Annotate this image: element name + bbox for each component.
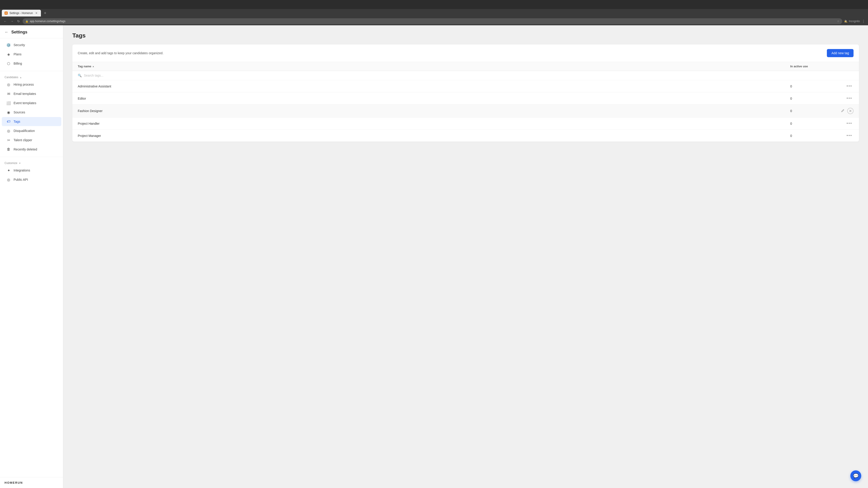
- account-section: ⚙️ Security ◈ Plans ⬡ Billing: [0, 38, 63, 70]
- sidebar-item-email-templates[interactable]: ✉ Email templates: [2, 89, 61, 98]
- sidebar-item-billing[interactable]: ⬡ Billing: [2, 59, 61, 68]
- sidebar-item-label-disqualification: Disqualification: [13, 129, 35, 133]
- sidebar-item-label-talent-clipper: Talent clipper: [13, 138, 32, 142]
- customize-section: Customize ▼ ✦ Integrations ◎ Public API: [0, 158, 63, 186]
- candidates-section: Candidates ▲ ◎ Hiring process ✉ Email te…: [0, 72, 63, 156]
- sidebar-item-hiring-process[interactable]: ◎ Hiring process: [2, 80, 61, 89]
- reload-button[interactable]: ↻: [16, 19, 21, 24]
- tag-name: Fashion Designer: [78, 109, 790, 113]
- sidebar-item-recently-deleted[interactable]: 🗑 Recently deleted: [2, 145, 61, 154]
- sidebar-item-label-security: Security: [13, 43, 25, 47]
- sidebar-item-label-public-api: Public API: [13, 178, 28, 182]
- active-use-value: 0: [790, 134, 835, 138]
- active-tab[interactable]: H Settings - Homerun ✕: [2, 10, 41, 17]
- sidebar-header: ← Settings: [0, 25, 63, 38]
- tag-name: Editor: [78, 97, 790, 100]
- recently-deleted-icon: 🗑: [6, 147, 11, 152]
- sidebar-item-disqualification[interactable]: ◎ Disqualification: [2, 126, 61, 135]
- sidebar-item-label-billing: Billing: [13, 62, 22, 65]
- sidebar-item-label-sources: Sources: [13, 110, 25, 114]
- tab-title: Settings - Homerun: [9, 11, 33, 15]
- chat-icon: 💬: [853, 473, 859, 479]
- sidebar-item-sources[interactable]: ◉ Sources: [2, 108, 61, 117]
- security-icon: ⚙️: [6, 43, 11, 47]
- sidebar: ← Settings ⚙️ Security ◈ Plans ⬡ Billing…: [0, 25, 63, 488]
- candidates-section-label[interactable]: Candidates ▲: [0, 74, 63, 80]
- back-button[interactable]: ←: [3, 19, 8, 24]
- table-header-row: Tag name ▲ In active use: [72, 62, 859, 71]
- sources-icon: ◉: [6, 110, 11, 115]
- col-header-tag-name[interactable]: Tag name ▲: [78, 65, 790, 68]
- hiring-process-icon: ◎: [6, 82, 11, 87]
- add-new-tag-button[interactable]: Add new tag: [827, 49, 854, 57]
- table-row: Project Manager 0 •••: [72, 130, 859, 142]
- search-input[interactable]: [84, 74, 854, 77]
- row-options-button[interactable]: •••: [845, 96, 854, 101]
- row-actions: •••: [835, 133, 854, 138]
- sidebar-item-event-templates[interactable]: ⬜ Event templates: [2, 98, 61, 107]
- sidebar-item-label-plans: Plans: [13, 53, 22, 56]
- tags-card-header: Create, edit and add tags to keep your c…: [72, 44, 859, 62]
- table-row: Project Handler 0 •••: [72, 118, 859, 130]
- row-actions: •••: [835, 121, 854, 126]
- col-header-active-use: In active use: [790, 65, 835, 68]
- row-actions: •••: [835, 84, 854, 89]
- edit-tag-button[interactable]: [840, 108, 845, 114]
- sort-asc-icon: ▲: [92, 65, 94, 68]
- sidebar-item-integrations[interactable]: ✦ Integrations: [2, 166, 61, 175]
- sidebar-item-label-integrations: Integrations: [13, 168, 30, 172]
- sidebar-item-plans[interactable]: ◈ Plans: [2, 50, 61, 59]
- disqualification-icon: ◎: [6, 129, 11, 133]
- public-api-icon: ◎: [6, 177, 11, 182]
- sidebar-item-label-hiring-process: Hiring process: [13, 83, 34, 86]
- search-row: 🔍: [72, 71, 859, 80]
- tab-bar: H Settings - Homerun ✕ +: [0, 9, 868, 17]
- address-bar-row: ← → ↻ 🔒 app.homerun.co/settings/tags ☆ 🕵…: [0, 17, 868, 25]
- main-content: Tags Create, edit and add tags to keep y…: [63, 25, 868, 488]
- tags-description: Create, edit and add tags to keep your c…: [78, 51, 163, 55]
- delete-tag-button[interactable]: [847, 108, 854, 114]
- active-use-value: 0: [790, 85, 835, 88]
- address-right-icons: ☆: [837, 20, 839, 23]
- lock-icon: 🔒: [25, 20, 29, 23]
- row-options-button[interactable]: •••: [845, 121, 854, 126]
- table-row: Fashion Designer 0: [72, 105, 859, 118]
- row-actions: [835, 108, 854, 114]
- row-options-button[interactable]: •••: [845, 84, 854, 89]
- email-templates-icon: ✉: [6, 92, 11, 96]
- talent-clipper-icon: ✂: [6, 138, 11, 142]
- forward-button[interactable]: →: [9, 19, 14, 24]
- chat-fab-button[interactable]: 💬: [850, 470, 861, 481]
- sidebar-item-talent-clipper[interactable]: ✂ Talent clipper: [2, 135, 61, 144]
- row-options-button[interactable]: •••: [845, 133, 854, 138]
- new-tab-button[interactable]: +: [42, 10, 48, 16]
- sidebar-item-tags[interactable]: 🏷 Tags: [2, 117, 61, 126]
- url-text: app.homerun.co/settings/tags: [30, 20, 836, 23]
- tags-icon: 🏷: [6, 119, 11, 124]
- billing-icon: ⬡: [6, 61, 11, 66]
- tag-name: Project Manager: [78, 134, 790, 138]
- app-container: ← Settings ⚙️ Security ◈ Plans ⬡ Billing…: [0, 25, 868, 488]
- incognito-icon: 🕵: [844, 20, 847, 23]
- chevron-down-icon: ▲: [20, 76, 22, 78]
- tags-table: Tag name ▲ In active use 🔍 Administrativ…: [72, 62, 859, 142]
- table-row: Administrative Assistant 0 •••: [72, 80, 859, 92]
- browser-menu-button[interactable]: ⋮: [862, 19, 865, 24]
- back-to-app-button[interactable]: ←: [4, 30, 8, 35]
- bookmark-icon[interactable]: ☆: [837, 20, 839, 23]
- sidebar-item-public-api[interactable]: ◎ Public API: [2, 175, 61, 184]
- sidebar-item-label-recently-deleted: Recently deleted: [13, 148, 37, 151]
- sidebar-item-security[interactable]: ⚙️ Security: [2, 40, 61, 50]
- incognito-button[interactable]: 🕵 Incognito: [844, 20, 860, 23]
- tag-name: Administrative Assistant: [78, 85, 790, 88]
- sidebar-item-label-event-templates: Event templates: [13, 101, 36, 105]
- tab-favicon: H: [4, 11, 8, 15]
- tag-name: Project Handler: [78, 122, 790, 125]
- active-use-value: 0: [790, 97, 835, 100]
- address-bar[interactable]: 🔒 app.homerun.co/settings/tags ☆: [23, 18, 842, 24]
- tab-close-button[interactable]: ✕: [35, 11, 38, 15]
- table-row: Editor 0 •••: [72, 92, 859, 105]
- sidebar-item-label-email-templates: Email templates: [13, 92, 36, 96]
- sidebar-item-label-tags: Tags: [13, 120, 20, 123]
- customize-section-label[interactable]: Customize ▼: [0, 160, 63, 166]
